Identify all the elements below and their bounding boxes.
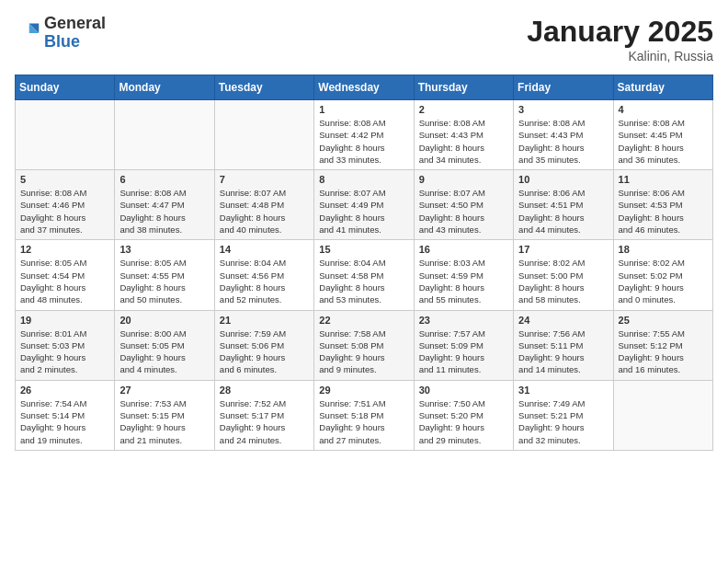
- day-info: Sunrise: 8:08 AM Sunset: 4:47 PM Dayligh…: [119, 187, 209, 236]
- calendar-header: SundayMondayTuesdayWednesdayThursdayFrid…: [16, 75, 713, 100]
- day-info: Sunrise: 8:05 AM Sunset: 4:55 PM Dayligh…: [119, 257, 209, 305]
- day-number: 11: [619, 174, 708, 185]
- day-info: Sunrise: 8:06 AM Sunset: 4:51 PM Dayligh…: [518, 187, 608, 236]
- weekday-header-sunday: Sunday: [16, 75, 115, 100]
- day-number: 1: [319, 104, 408, 115]
- weekday-header-tuesday: Tuesday: [214, 75, 313, 100]
- day-info: Sunrise: 8:02 AM Sunset: 5:00 PM Dayligh…: [518, 257, 608, 305]
- calendar-cell: 20Sunrise: 8:00 AM Sunset: 5:05 PM Dayli…: [115, 310, 214, 380]
- day-number: 15: [319, 244, 408, 255]
- calendar-cell: 30Sunrise: 7:50 AM Sunset: 5:20 PM Dayli…: [414, 380, 513, 450]
- day-info: Sunrise: 7:52 AM Sunset: 5:17 PM Dayligh…: [220, 397, 309, 446]
- week-row-1: 1Sunrise: 8:08 AM Sunset: 4:42 PM Daylig…: [16, 100, 713, 170]
- day-number: 9: [419, 174, 508, 185]
- calendar-cell: 16Sunrise: 8:03 AM Sunset: 4:59 PM Dayli…: [414, 240, 513, 310]
- calendar-cell: 14Sunrise: 8:04 AM Sunset: 4:56 PM Dayli…: [214, 240, 313, 310]
- calendar-cell: 8Sunrise: 8:07 AM Sunset: 4:49 PM Daylig…: [314, 170, 414, 240]
- day-info: Sunrise: 8:07 AM Sunset: 4:48 PM Dayligh…: [220, 187, 309, 236]
- day-number: 17: [518, 244, 608, 255]
- day-info: Sunrise: 8:07 AM Sunset: 4:50 PM Dayligh…: [419, 187, 508, 236]
- day-info: Sunrise: 8:05 AM Sunset: 4:54 PM Dayligh…: [20, 257, 109, 305]
- calendar-cell: 13Sunrise: 8:05 AM Sunset: 4:55 PM Dayli…: [115, 240, 214, 310]
- day-number: 22: [319, 315, 408, 326]
- day-info: Sunrise: 8:04 AM Sunset: 4:58 PM Dayligh…: [319, 257, 408, 305]
- weekday-header-monday: Monday: [115, 75, 214, 100]
- location: Kalinin, Russia: [527, 49, 713, 63]
- day-info: Sunrise: 7:56 AM Sunset: 5:11 PM Dayligh…: [518, 327, 608, 376]
- calendar-cell: 24Sunrise: 7:56 AM Sunset: 5:11 PM Dayli…: [514, 310, 613, 380]
- day-number: 3: [518, 104, 608, 115]
- weekday-header-wednesday: Wednesday: [314, 75, 414, 100]
- logo-text: General Blue: [44, 15, 106, 52]
- day-number: 8: [319, 174, 408, 185]
- day-number: 25: [619, 315, 708, 326]
- week-row-2: 5Sunrise: 8:08 AM Sunset: 4:46 PM Daylig…: [16, 170, 713, 240]
- calendar-cell: [16, 100, 115, 170]
- day-number: 10: [518, 174, 608, 185]
- calendar-cell: 5Sunrise: 8:08 AM Sunset: 4:46 PM Daylig…: [16, 170, 115, 240]
- weekday-row: SundayMondayTuesdayWednesdayThursdayFrid…: [16, 75, 713, 100]
- logo-blue-text: Blue: [44, 33, 106, 52]
- day-info: Sunrise: 8:01 AM Sunset: 5:03 PM Dayligh…: [20, 327, 109, 376]
- day-info: Sunrise: 7:54 AM Sunset: 5:14 PM Dayligh…: [20, 397, 109, 446]
- calendar-table: SundayMondayTuesdayWednesdayThursdayFrid…: [15, 75, 713, 451]
- logo: General Blue: [15, 15, 106, 52]
- day-info: Sunrise: 8:03 AM Sunset: 4:59 PM Dayligh…: [419, 257, 508, 305]
- day-info: Sunrise: 8:08 AM Sunset: 4:42 PM Dayligh…: [319, 117, 408, 166]
- day-info: Sunrise: 7:57 AM Sunset: 5:09 PM Dayligh…: [419, 327, 508, 376]
- calendar-cell: 29Sunrise: 7:51 AM Sunset: 5:18 PM Dayli…: [314, 380, 414, 450]
- week-row-4: 19Sunrise: 8:01 AM Sunset: 5:03 PM Dayli…: [16, 310, 713, 380]
- title-block: January 2025 Kalinin, Russia: [527, 15, 713, 63]
- day-number: 14: [220, 244, 309, 255]
- calendar-cell: 18Sunrise: 8:02 AM Sunset: 5:02 PM Dayli…: [613, 240, 712, 310]
- day-number: 6: [119, 174, 209, 185]
- day-info: Sunrise: 8:08 AM Sunset: 4:43 PM Dayligh…: [419, 117, 508, 166]
- day-number: 31: [518, 385, 608, 396]
- day-info: Sunrise: 8:00 AM Sunset: 5:05 PM Dayligh…: [119, 327, 209, 376]
- day-info: Sunrise: 8:07 AM Sunset: 4:49 PM Dayligh…: [319, 187, 408, 236]
- calendar-cell: 17Sunrise: 8:02 AM Sunset: 5:00 PM Dayli…: [514, 240, 613, 310]
- calendar-cell: 21Sunrise: 7:59 AM Sunset: 5:06 PM Dayli…: [214, 310, 313, 380]
- day-info: Sunrise: 7:55 AM Sunset: 5:12 PM Dayligh…: [619, 327, 708, 376]
- logo-icon: [15, 20, 40, 46]
- day-number: 26: [20, 385, 109, 396]
- weekday-header-saturday: Saturday: [613, 75, 712, 100]
- day-number: 12: [20, 244, 109, 255]
- calendar-cell: 27Sunrise: 7:53 AM Sunset: 5:15 PM Dayli…: [115, 380, 214, 450]
- calendar-cell: [613, 380, 712, 450]
- day-number: 18: [619, 244, 708, 255]
- day-number: 28: [220, 385, 309, 396]
- day-info: Sunrise: 7:49 AM Sunset: 5:21 PM Dayligh…: [518, 397, 608, 446]
- calendar-cell: [115, 100, 214, 170]
- day-info: Sunrise: 7:50 AM Sunset: 5:20 PM Dayligh…: [419, 397, 508, 446]
- day-info: Sunrise: 8:08 AM Sunset: 4:43 PM Dayligh…: [518, 117, 608, 166]
- weekday-header-thursday: Thursday: [414, 75, 513, 100]
- day-number: 27: [119, 385, 209, 396]
- calendar-cell: 22Sunrise: 7:58 AM Sunset: 5:08 PM Dayli…: [314, 310, 414, 380]
- day-number: 20: [119, 315, 209, 326]
- calendar-cell: 2Sunrise: 8:08 AM Sunset: 4:43 PM Daylig…: [414, 100, 513, 170]
- day-info: Sunrise: 7:59 AM Sunset: 5:06 PM Dayligh…: [220, 327, 309, 376]
- logo-general-text: General: [44, 15, 106, 33]
- header: General Blue January 2025 Kalinin, Russi…: [15, 15, 713, 63]
- calendar-cell: 31Sunrise: 7:49 AM Sunset: 5:21 PM Dayli…: [514, 380, 613, 450]
- calendar-cell: 23Sunrise: 7:57 AM Sunset: 5:09 PM Dayli…: [414, 310, 513, 380]
- day-info: Sunrise: 7:58 AM Sunset: 5:08 PM Dayligh…: [319, 327, 408, 376]
- day-number: 16: [419, 244, 508, 255]
- calendar-cell: 19Sunrise: 8:01 AM Sunset: 5:03 PM Dayli…: [16, 310, 115, 380]
- day-info: Sunrise: 8:04 AM Sunset: 4:56 PM Dayligh…: [220, 257, 309, 305]
- calendar-cell: 1Sunrise: 8:08 AM Sunset: 4:42 PM Daylig…: [314, 100, 414, 170]
- day-info: Sunrise: 7:51 AM Sunset: 5:18 PM Dayligh…: [319, 397, 408, 446]
- calendar-cell: 25Sunrise: 7:55 AM Sunset: 5:12 PM Dayli…: [613, 310, 712, 380]
- calendar-cell: 3Sunrise: 8:08 AM Sunset: 4:43 PM Daylig…: [514, 100, 613, 170]
- day-number: 5: [20, 174, 109, 185]
- week-row-5: 26Sunrise: 7:54 AM Sunset: 5:14 PM Dayli…: [16, 380, 713, 450]
- week-row-3: 12Sunrise: 8:05 AM Sunset: 4:54 PM Dayli…: [16, 240, 713, 310]
- day-number: 7: [220, 174, 309, 185]
- calendar-cell: 12Sunrise: 8:05 AM Sunset: 4:54 PM Dayli…: [16, 240, 115, 310]
- calendar-cell: [214, 100, 313, 170]
- day-info: Sunrise: 8:08 AM Sunset: 4:46 PM Dayligh…: [20, 187, 109, 236]
- day-number: 29: [319, 385, 408, 396]
- day-number: 24: [518, 315, 608, 326]
- calendar-cell: 9Sunrise: 8:07 AM Sunset: 4:50 PM Daylig…: [414, 170, 513, 240]
